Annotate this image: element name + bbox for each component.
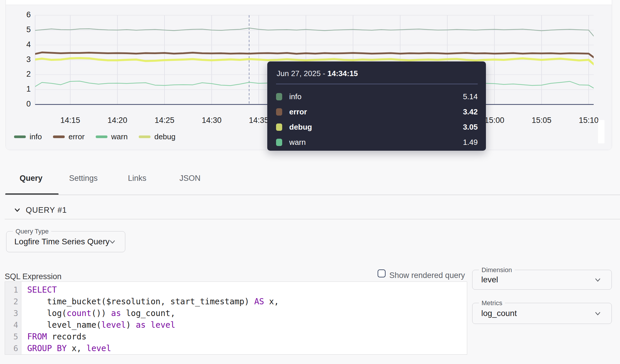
line-number: 4 xyxy=(5,319,18,331)
dimension-value: level xyxy=(481,275,498,284)
code-line: level_name(level) as level xyxy=(27,319,467,331)
tooltip-date: Jun 27, 2025 - xyxy=(277,69,327,78)
tooltip-series-name: warn xyxy=(289,138,463,147)
x-tick-label: 15:05 xyxy=(532,116,552,125)
line-number: 5 xyxy=(5,331,18,343)
metrics-select[interactable]: Metrics log_count xyxy=(472,303,612,324)
tab-links[interactable]: Links xyxy=(128,174,146,183)
tab-query[interactable]: Query xyxy=(20,174,42,183)
scrollbar-thumb[interactable] xyxy=(598,120,604,143)
x-tick-label: 15:10 xyxy=(579,116,599,125)
x-tick-label: 14:25 xyxy=(155,116,174,125)
chart-legend: infoerrorwarndebug xyxy=(14,132,176,141)
query-type-select[interactable]: Query Type Logfire Time Series Query xyxy=(6,231,125,252)
x-tick-label: 14:30 xyxy=(202,116,222,125)
tooltip-swatch-error xyxy=(276,108,282,116)
x-tick-label: 14:20 xyxy=(107,116,127,125)
sql-editor: 123456 SELECT time_bucket($resolution, s… xyxy=(5,281,467,355)
legend-item-debug[interactable]: debug xyxy=(139,132,175,141)
tooltip-series-name: debug xyxy=(289,123,463,132)
y-tick-label: 4 xyxy=(13,40,31,49)
tooltip-series-value: 3.05 xyxy=(463,123,478,132)
query-section-divider xyxy=(5,219,620,219)
tooltip-row-error: error3.42 xyxy=(276,104,478,119)
line-number: 2 xyxy=(5,296,18,308)
legend-swatch-info xyxy=(14,135,26,138)
editor-line-numbers: 123456 xyxy=(5,282,21,354)
tooltip-rows: info5.14error3.42debug3.05warn1.49 xyxy=(276,89,478,150)
sql-expression-label: SQL Expression xyxy=(5,272,61,281)
x-tick-label: 15:00 xyxy=(484,116,504,125)
legend-item-error[interactable]: error xyxy=(53,132,85,141)
legend-item-info[interactable]: info xyxy=(14,132,42,141)
tooltip-series-name: info xyxy=(289,92,463,101)
tooltip-swatch-debug xyxy=(276,123,282,131)
legend-swatch-debug xyxy=(139,135,150,138)
legend-label: debug xyxy=(154,132,175,141)
legend-swatch-warn xyxy=(96,135,107,138)
chevron-down-icon xyxy=(593,309,602,318)
x-tick-label: 14:15 xyxy=(60,116,80,125)
y-tick-label: 3 xyxy=(13,55,31,64)
tabs-divider xyxy=(5,195,620,195)
dimension-select[interactable]: Dimension level xyxy=(472,270,612,290)
chevron-down-icon xyxy=(593,276,602,284)
tooltip-swatch-warn xyxy=(276,139,282,146)
y-tick-label: 1 xyxy=(13,85,31,94)
query-section-title[interactable]: QUERY #1 xyxy=(26,206,67,215)
y-tick-label: 6 xyxy=(13,10,31,19)
legend-label: warn xyxy=(111,132,128,141)
tooltip-row-warn: warn1.49 xyxy=(276,135,478,150)
sql-code-area[interactable]: SELECT time_bucket($resolution, start_ti… xyxy=(21,282,467,354)
show-rendered-query-label[interactable]: Show rendered query xyxy=(389,271,465,280)
code-line: log(count()) as log_count, xyxy=(27,308,467,319)
collapse-chevron-down-icon[interactable] xyxy=(13,206,22,214)
legend-swatch-error xyxy=(53,135,65,138)
tooltip-time: 14:34:15 xyxy=(327,69,358,78)
tooltip-swatch-info xyxy=(276,93,282,100)
code-line: SELECT xyxy=(27,284,467,296)
chart-tooltip: Jun 27, 2025 - 14:34:15 info5.14error3.4… xyxy=(267,61,486,151)
tooltip-series-name: error xyxy=(289,107,463,116)
dimension-label: Dimension xyxy=(479,266,515,274)
tooltip-divider xyxy=(276,84,478,84)
legend-item-warn[interactable]: warn xyxy=(96,132,128,141)
chevron-down-icon xyxy=(108,238,117,246)
query-type-label: Query Type xyxy=(13,228,51,235)
legend-label: info xyxy=(30,132,42,141)
tooltip-series-value: 1.49 xyxy=(463,138,478,147)
metrics-label: Metrics xyxy=(479,299,505,307)
tooltip-row-debug: debug3.05 xyxy=(276,119,478,135)
code-line: time_bucket($resolution, start_timestamp… xyxy=(27,296,467,308)
page: 012345614:1514:2014:2514:3014:3514:4014:… xyxy=(0,0,620,364)
tooltip-series-value: 3.42 xyxy=(463,107,478,116)
line-number: 1 xyxy=(5,284,18,296)
tooltip-timestamp: Jun 27, 2025 - 14:34:15 xyxy=(277,69,358,78)
line-number: 6 xyxy=(5,343,18,354)
y-tick-label: 0 xyxy=(13,99,31,109)
code-line: GROUP BY x, level xyxy=(27,343,467,354)
show-rendered-query-checkbox[interactable] xyxy=(378,269,386,277)
metrics-value: log_count xyxy=(481,309,517,318)
tooltip-series-value: 5.14 xyxy=(463,92,478,101)
y-tick-label: 2 xyxy=(13,70,31,79)
x-tick-label: 14:35 xyxy=(249,116,269,125)
query-type-value: Logfire Time Series Query xyxy=(14,237,109,246)
legend-label: error xyxy=(68,132,85,141)
tooltip-row-info: info5.14 xyxy=(276,89,478,104)
line-number: 3 xyxy=(5,308,18,319)
tab-json[interactable]: JSON xyxy=(179,174,201,183)
code-line: FROM records xyxy=(27,331,467,343)
tab-settings[interactable]: Settings xyxy=(69,174,98,183)
y-tick-label: 5 xyxy=(13,25,31,34)
